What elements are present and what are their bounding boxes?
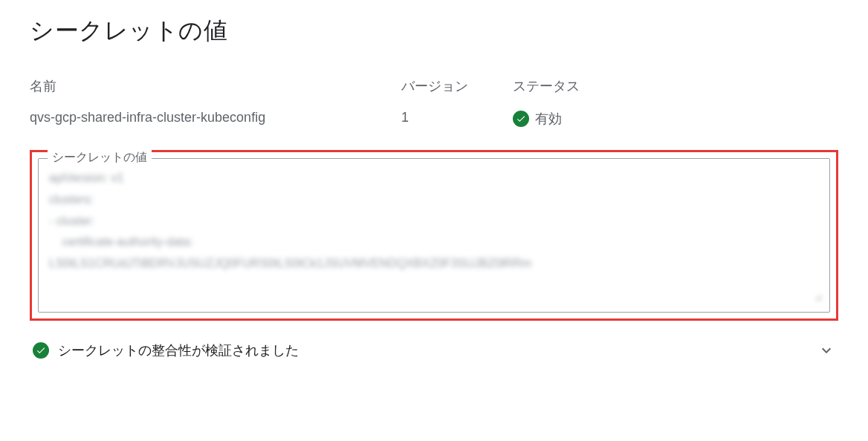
secret-fieldset: シークレットの値 [38, 158, 830, 313]
name-value: qvs-gcp-shared-infra-cluster-kubeconfig [30, 110, 401, 125]
chevron-down-icon[interactable] [817, 342, 835, 359]
meta-row: 名前 qvs-gcp-shared-infra-cluster-kubeconf… [30, 77, 838, 128]
status-label: ステータス [513, 77, 661, 95]
name-label: 名前 [30, 77, 401, 95]
check-circle-icon [513, 111, 529, 127]
version-label: バージョン [401, 77, 513, 95]
check-circle-icon [33, 342, 49, 359]
page-title: シークレットの値 [30, 15, 838, 48]
status-value: 有効 [535, 110, 562, 128]
version-value: 1 [401, 110, 513, 125]
secret-fieldset-legend: シークレットの値 [48, 150, 152, 166]
highlight-box: シークレットの値 [30, 150, 838, 321]
integrity-text: シークレットの整合性が検証されました [58, 342, 809, 359]
integrity-row[interactable]: シークレットの整合性が検証されました [30, 336, 838, 365]
secret-value-textarea[interactable] [46, 168, 822, 301]
